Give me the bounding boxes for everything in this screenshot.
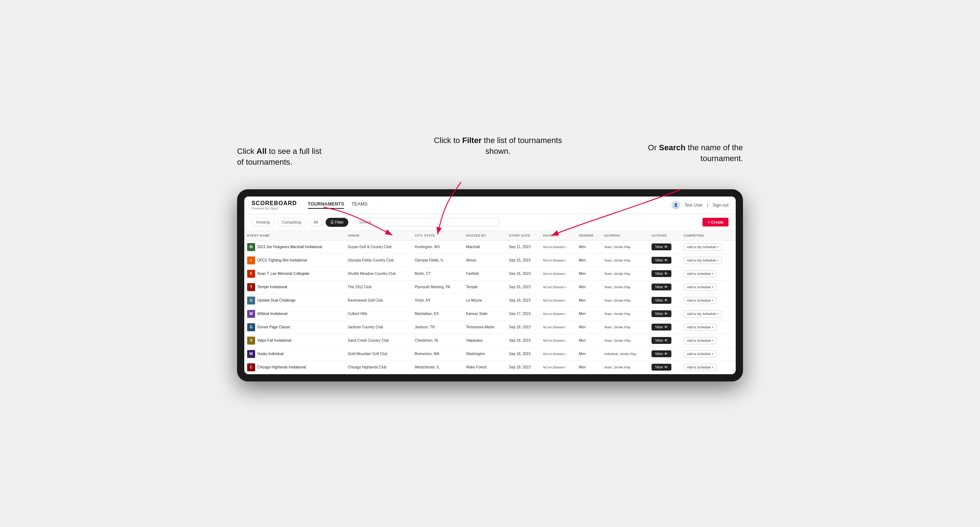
nav-teams[interactable]: TEAMS — [351, 201, 368, 209]
eye-icon-7: 👁 — [664, 338, 668, 343]
team-logo-3: T — [247, 283, 255, 291]
team-logo-5: W — [247, 310, 255, 318]
cell-hosted-0: Marshall — [463, 240, 506, 254]
cell-competing-5: Add to My Schedule + — [681, 307, 736, 321]
cell-event-name-8: W Husky Individual — [244, 347, 345, 360]
cell-gender-4: Men — [576, 294, 601, 307]
signout-link[interactable]: Sign out — [713, 203, 729, 208]
cell-hosted-1: Illinois — [463, 254, 506, 267]
cell-scoring-8: Individual, Stroke Play — [601, 347, 649, 360]
table-row: I OFCC Fighting Illini Invitational Olym… — [244, 254, 736, 267]
header-right: 👤 Test User | Sign out — [671, 201, 729, 210]
cell-venue-6: Jackson Country Club — [345, 321, 412, 334]
event-name-text-9: Chicago Highlands Invitational — [257, 365, 306, 369]
table-row: G Grover Page Classic Jackson Country Cl… — [244, 321, 736, 334]
annotation-top-right: Or Search the name of the tournament. — [642, 142, 743, 165]
table-row: V Valpo Fall Invitational Sand Creek Cou… — [244, 334, 736, 347]
cell-date-0: Sep 11, 2023 — [506, 240, 540, 254]
add-schedule-btn-5[interactable]: Add to My Schedule + — [684, 310, 722, 317]
cell-date-7: Sep 18, 2023 — [506, 334, 540, 347]
team-logo-2: F — [247, 270, 255, 278]
view-btn-6[interactable]: View 👁 — [652, 324, 672, 330]
cell-competing-7: Add to Schedule + — [681, 334, 736, 347]
cell-date-8: Sep 18, 2023 — [506, 347, 540, 360]
cell-gender-7: Men — [576, 334, 601, 347]
view-btn-1[interactable]: View 👁 — [652, 257, 672, 264]
add-schedule-btn-7[interactable]: Add to Schedule + — [684, 337, 717, 344]
eye-icon-3: 👁 — [664, 285, 668, 289]
col-actions: ACTIONS — [649, 231, 681, 241]
add-schedule-btn-2[interactable]: Add to Schedule + — [684, 270, 717, 278]
table-row: W Wildcat Invitational Colbert Hills Man… — [244, 307, 736, 321]
col-city-state: CITY, STATE — [412, 231, 463, 241]
cell-venue-5: Colbert Hills — [345, 307, 412, 321]
cell-event-name-7: V Valpo Fall Invitational — [244, 334, 345, 347]
cell-actions-2: View 👁 — [649, 267, 681, 280]
cell-actions-4: View 👁 — [649, 294, 681, 307]
cell-scoring-4: Team, Stroke Play — [601, 294, 649, 307]
add-schedule-btn-6[interactable]: Add to Schedule + — [684, 324, 717, 331]
cell-scoring-0: Team, Stroke Play — [601, 240, 649, 254]
cell-scoring-6: Team, Stroke Play — [601, 321, 649, 334]
view-btn-8[interactable]: View 👁 — [652, 350, 672, 357]
add-schedule-btn-4[interactable]: Add to Schedule + — [684, 297, 717, 304]
view-btn-2[interactable]: View 👁 — [652, 270, 672, 277]
cell-division-6: NCAA Division I — [540, 321, 576, 334]
annotation-top-center: Click to Filter the list of tournaments … — [429, 135, 566, 157]
cell-scoring-7: Team, Stroke Play — [601, 334, 649, 347]
eye-icon-8: 👁 — [664, 352, 668, 356]
cell-scoring-2: Team, Stroke Play — [601, 267, 649, 280]
team-logo-1: I — [247, 256, 255, 264]
cell-date-3: Sep 16, 2023 — [506, 280, 540, 294]
all-filter-btn[interactable]: All — [309, 218, 323, 227]
view-btn-7[interactable]: View 👁 — [652, 337, 672, 344]
nav-tournaments[interactable]: TOURNAMENTS — [308, 201, 344, 209]
powered-by: Powered by clippd — [251, 206, 278, 210]
col-competing: COMPETING — [681, 231, 736, 241]
logo-area: SCOREBOARD Powered by clippd — [251, 200, 297, 210]
app-logo: SCOREBOARD — [251, 200, 297, 206]
search-input[interactable] — [355, 218, 500, 227]
view-btn-3[interactable]: View 👁 — [652, 284, 672, 290]
add-schedule-btn-8[interactable]: Add to Schedule + — [684, 350, 717, 357]
cell-division-8: NCAA Division I — [540, 347, 576, 360]
cell-venue-4: Ravenwood Golf Club — [345, 294, 412, 307]
event-name-text-2: Ryan T. Lee Memorial Collegiate — [257, 271, 309, 276]
event-name-text-5: Wildcat Invitational — [257, 312, 287, 316]
cell-venue-9: Chicago Highlands Club — [345, 360, 412, 374]
cell-actions-3: View 👁 — [649, 280, 681, 294]
team-logo-6: G — [247, 323, 255, 331]
cell-gender-9: Men — [576, 360, 601, 374]
add-schedule-btn-0[interactable]: Add to My Schedule + — [684, 243, 722, 251]
cell-event-name-0: M 2023 Joe Feaganes Marshall Invitationa… — [244, 240, 345, 254]
view-btn-5[interactable]: View 👁 — [652, 310, 672, 317]
cell-event-name-1: I OFCC Fighting Illini Invitational — [244, 254, 345, 267]
eye-icon-4: 👁 — [664, 298, 668, 302]
cell-hosted-7: Valparaiso — [463, 334, 506, 347]
filter-btn[interactable]: ☰ Filter — [326, 218, 349, 227]
cell-scoring-1: Team, Stroke Play — [601, 254, 649, 267]
table-row: F Ryan T. Lee Memorial Collegiate Shuttl… — [244, 267, 736, 280]
view-btn-4[interactable]: View 👁 — [652, 297, 672, 304]
view-btn-9[interactable]: View 👁 — [652, 364, 672, 371]
event-name-text-7: Valpo Fall Invitational — [257, 338, 291, 343]
hosting-filter-btn[interactable]: Hosting — [251, 218, 274, 227]
add-schedule-btn-1[interactable]: Add to My Schedule + — [684, 257, 722, 264]
add-schedule-btn-9[interactable]: Add to Schedule + — [684, 364, 717, 371]
add-schedule-btn-3[interactable]: Add to Schedule + — [684, 284, 717, 291]
create-btn[interactable]: + Create — [703, 218, 729, 227]
cell-actions-5: View 👁 — [649, 307, 681, 321]
table-row: C Chicago Highlands Invitational Chicago… — [244, 360, 736, 374]
cell-division-1: NCAA Division I — [540, 254, 576, 267]
event-name-text-6: Grover Page Classic — [257, 325, 291, 329]
table-container: EVENT NAME VENUE CITY, STATE HOSTED BY S… — [244, 231, 736, 374]
cell-date-5: Sep 17, 2023 — [506, 307, 540, 321]
cell-competing-0: Add to My Schedule + — [681, 240, 736, 254]
competing-filter-btn[interactable]: Competing — [277, 218, 306, 227]
eye-icon-5: 👁 — [664, 312, 668, 316]
team-logo-7: V — [247, 337, 255, 344]
event-name-text-8: Husky Individual — [257, 352, 284, 356]
team-logo-0: M — [247, 243, 255, 251]
view-btn-0[interactable]: View 👁 — [652, 243, 672, 250]
eye-icon-0: 👁 — [664, 245, 668, 249]
